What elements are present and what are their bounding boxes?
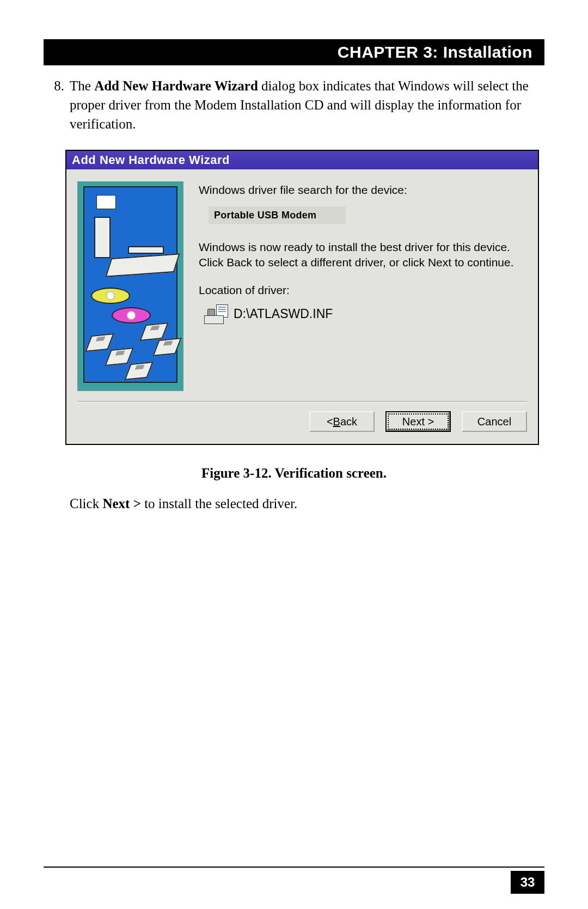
- next-button[interactable]: Next >: [385, 411, 451, 432]
- chapter-title: CHAPTER 3: Installation: [338, 43, 532, 62]
- cancel-button[interactable]: Cancel: [462, 411, 527, 432]
- step-8: 8. The Add New Hardware Wizard dialog bo…: [44, 76, 544, 133]
- wizard-screenshot: Add New Hardware Wizard Windows driver f…: [65, 150, 539, 445]
- driver-path: D:\ATLASWD.INF: [234, 307, 333, 321]
- page-footer: 33: [44, 867, 544, 868]
- footer-separator: [77, 401, 527, 402]
- cancel-label: Cancel: [477, 416, 511, 428]
- chapter-header: CHAPTER 3: Installation: [44, 39, 544, 65]
- dialog-body: Windows driver file search for the devic…: [66, 169, 538, 401]
- page-number: 33: [511, 871, 544, 894]
- dialog-footer: < Back Next > Cancel: [66, 401, 538, 444]
- ready-text: Windows is now ready to install the best…: [199, 240, 527, 271]
- location-label: Location of driver:: [199, 284, 527, 297]
- back-prefix: <: [327, 416, 333, 428]
- post-post: to install the selected driver.: [141, 496, 297, 511]
- post-bold: Next >: [102, 496, 140, 511]
- post-instruction: Click Next > to install the selected dri…: [70, 496, 544, 511]
- wizard-illustration: [77, 181, 183, 391]
- dialog-title: Add New Hardware Wizard: [72, 153, 230, 167]
- post-pre: Click: [70, 496, 102, 511]
- back-button[interactable]: < Back: [309, 411, 375, 432]
- dialog-right-pane: Windows driver file search for the devic…: [183, 181, 527, 391]
- page-content: 8. The Add New Hardware Wizard dialog bo…: [44, 76, 544, 511]
- step-pre: The: [70, 78, 94, 93]
- back-underline: B: [333, 416, 340, 428]
- back-rest: ack: [340, 416, 357, 428]
- step-bold: Add New Hardware Wizard: [94, 78, 258, 93]
- next-label: Next >: [402, 416, 434, 428]
- figure-caption: Figure 3-12. Verification screen.: [44, 466, 544, 481]
- inf-file-icon: [204, 304, 228, 324]
- button-row: < Back Next > Cancel: [77, 411, 527, 432]
- device-name: Portable USB Modem: [209, 206, 346, 224]
- step-number: 8.: [44, 76, 64, 133]
- dialog-titlebar: Add New Hardware Wizard: [66, 151, 538, 169]
- footer-rule: [44, 867, 544, 868]
- step-text: The Add New Hardware Wizard dialog box i…: [70, 76, 544, 133]
- search-label: Windows driver file search for the devic…: [199, 184, 527, 197]
- driver-location-row: D:\ATLASWD.INF: [204, 304, 527, 324]
